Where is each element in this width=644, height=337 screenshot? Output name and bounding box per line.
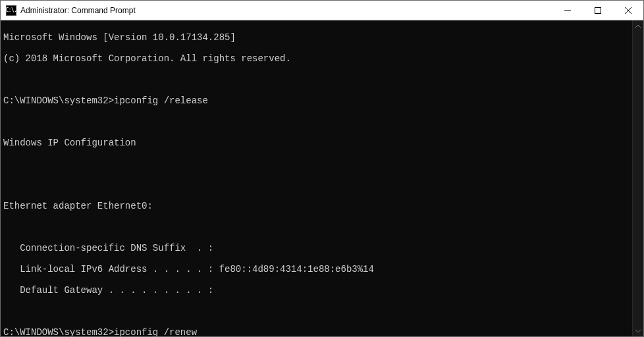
maximize-button[interactable]: [583, 1, 613, 20]
console-line: [3, 222, 632, 232]
maximize-icon: [595, 7, 601, 14]
titlebar[interactable]: C:\. Administrator: Command Prompt: [1, 1, 643, 20]
svg-rect-1: [595, 7, 601, 13]
console-line: [3, 74, 632, 85]
command-prompt-window: C:\. Administrator: Command Prompt Micro…: [0, 0, 644, 337]
console-prompt-line: C:\WINDOWS\system32>ipconfig /release: [3, 95, 632, 106]
close-icon: [625, 7, 631, 14]
prompt-command: ipconfig /release: [114, 95, 208, 106]
console-line: [3, 180, 632, 190]
scrollbar-track[interactable]: [633, 32, 643, 325]
console-line: Microsoft Windows [Version 10.0.17134.28…: [3, 32, 632, 43]
console-line: Link-local IPv6 Address . . . . . : fe80…: [3, 264, 632, 274]
console-line: Windows IP Configuration: [3, 138, 632, 148]
window-title: Administrator: Command Prompt: [20, 6, 552, 15]
minimize-button[interactable]: [552, 1, 583, 20]
console-line: Connection-specific DNS Suffix . :: [3, 243, 632, 253]
console-line: [3, 306, 632, 317]
console-line: [3, 117, 632, 127]
scroll-down-button[interactable]: [633, 325, 643, 336]
prompt-path: C:\WINDOWS\system32>: [3, 327, 114, 336]
console-line: (c) 2018 Microsoft Corporation. All righ…: [3, 53, 632, 64]
console-body: Microsoft Windows [Version 10.0.17134.28…: [1, 20, 643, 336]
minimize-icon: [564, 7, 571, 14]
close-button[interactable]: [613, 1, 643, 20]
cmd-icon: C:\.: [6, 5, 16, 16]
console-line: Ethernet adapter Ethernet0:: [3, 201, 632, 211]
console-prompt-line: C:\WINDOWS\system32>ipconfig /renew: [3, 327, 632, 336]
console-output[interactable]: Microsoft Windows [Version 10.0.17134.28…: [1, 20, 632, 336]
prompt-path: C:\WINDOWS\system32>: [3, 95, 114, 106]
scroll-up-button[interactable]: [633, 20, 643, 32]
console-line: Default Gateway . . . . . . . . . :: [3, 285, 632, 296]
chevron-down-icon: [635, 329, 641, 333]
console-line: [3, 159, 632, 169]
window-controls: [552, 1, 643, 20]
prompt-command: ipconfig /renew: [114, 327, 197, 336]
chevron-up-icon: [635, 24, 641, 28]
vertical-scrollbar[interactable]: [632, 20, 643, 336]
